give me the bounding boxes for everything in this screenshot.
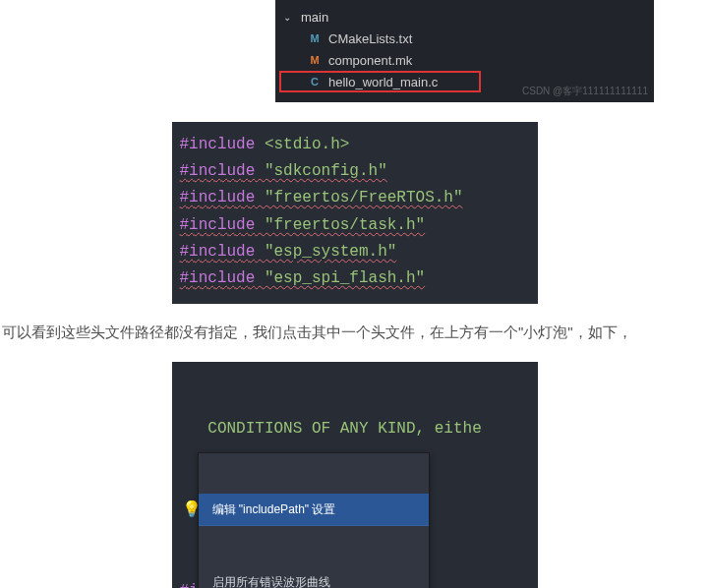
folder-label: main [301, 10, 328, 25]
code-editor-lightbulb: CONDITIONS OF ANY KIND, eithe 💡/ #includ… [172, 362, 538, 588]
file-explorer-panel: ⌄ main M CMakeLists.txt M component.mk C… [275, 0, 654, 102]
quickfix-menu: 编辑 "includePath" 设置 启用所有错误波形曲线 禁用错误波形曲线 … [198, 452, 430, 588]
menu-item-enable-squiggles[interactable]: 启用所有错误波形曲线 [199, 566, 429, 588]
code-line: #include <stdio.h> [180, 132, 524, 158]
file-type-icon: M [307, 52, 323, 68]
code-line: #include "esp_spi_flash.h" [180, 265, 524, 292]
watermark-text: CSDN @客宇111111111111 [522, 85, 648, 98]
comment-fragment: CONDITIONS OF ANY KIND, eithe [180, 420, 482, 438]
body-paragraph: 可以看到这些头文件路径都没有指定，我们点击其中一个头文件，在上方有一个"小灯泡"… [0, 323, 709, 342]
code-line: #include "freertos/task.h" [180, 212, 524, 239]
code-line: #include "freertos/FreeRTOS.h" [180, 185, 524, 211]
highlight-box [279, 71, 481, 92]
code-line: #include "sdkconfig.h" [180, 158, 524, 185]
code-editor-includes: #include <stdio.h>#include "sdkconfig.h"… [172, 122, 538, 304]
file-type-icon: M [307, 30, 323, 46]
menu-item-edit-includepath[interactable]: 编辑 "includePath" 设置 [199, 494, 429, 526]
file-label: component.mk [328, 53, 412, 68]
file-row-component[interactable]: M component.mk [275, 49, 654, 71]
file-row-cmakelists[interactable]: M CMakeLists.txt [275, 28, 654, 49]
file-label: CMakeLists.txt [328, 31, 412, 46]
folder-row-main[interactable]: ⌄ main [275, 6, 654, 28]
code-line: #include "esp_system.h" [180, 239, 524, 265]
chevron-down-icon: ⌄ [283, 12, 295, 23]
